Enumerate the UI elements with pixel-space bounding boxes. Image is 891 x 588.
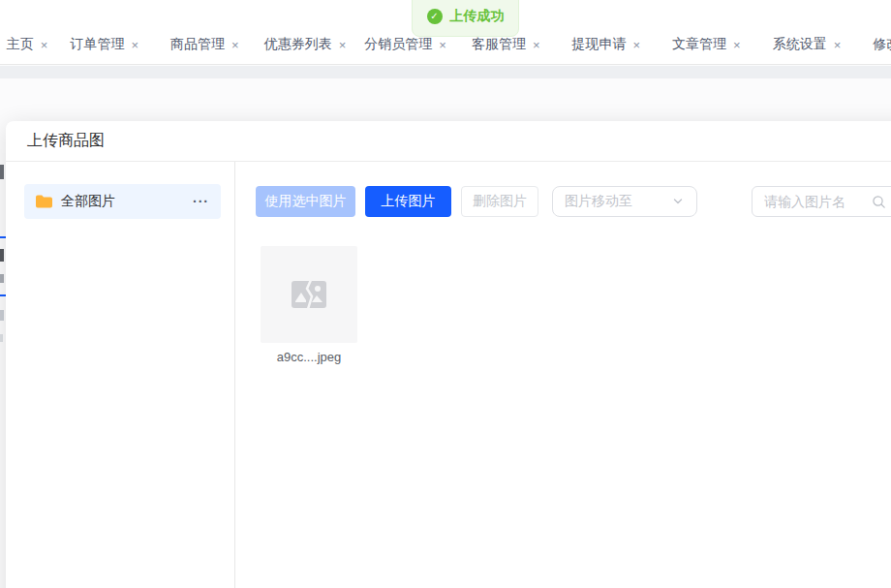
tab-label: 分销员管理 <box>364 36 432 53</box>
upload-success-toast: ✓ 上传成功 <box>412 0 519 37</box>
background-fragment <box>0 334 3 342</box>
background-fragment <box>0 310 4 321</box>
close-icon[interactable]: × <box>533 39 540 51</box>
tab-label: 提现申请 <box>571 36 626 53</box>
close-icon[interactable]: × <box>439 39 446 51</box>
image-placeholder-icon <box>292 281 326 308</box>
select-placeholder: 图片移动至 <box>565 193 632 210</box>
tab-coupons[interactable]: 优惠券列表 × <box>255 36 355 64</box>
success-check-icon: ✓ <box>427 9 443 24</box>
image-toolbar: 使用选中图片 上传图片 删除图片 图片移动至 <box>256 186 891 217</box>
image-card[interactable]: a9cc....jpeg <box>261 246 357 364</box>
tab-distributors[interactable]: 分销员管理 × <box>355 36 456 64</box>
background-fragment <box>0 249 4 262</box>
use-selected-image-button[interactable]: 使用选中图片 <box>256 186 355 217</box>
image-search-input[interactable] <box>752 186 891 217</box>
folder-icon <box>36 195 52 208</box>
tab-orders[interactable]: 订单管理 × <box>54 36 155 64</box>
background-fragment <box>0 274 4 283</box>
tab-label: 主页 <box>7 36 34 53</box>
tab-label: 订单管理 <box>71 36 125 53</box>
tab-label: 修改商品 <box>873 36 891 53</box>
tab-home[interactable]: 主页 × <box>0 36 54 64</box>
tab-label: 系统设置 <box>773 36 827 53</box>
toast-message: 上传成功 <box>450 8 505 25</box>
background-fragment <box>0 165 4 179</box>
image-library-content: 使用选中图片 上传图片 删除图片 图片移动至 <box>235 162 891 588</box>
close-icon[interactable]: × <box>41 39 48 51</box>
tabbar-gray-band <box>0 66 891 78</box>
upload-product-image-modal: 上传商品图 全部图片 ··· 使用选中图片 上传图片 删除图片 图片 <box>6 121 891 588</box>
image-gallery: a9cc....jpeg <box>261 246 891 364</box>
folder-item-all-images[interactable]: 全部图片 ··· <box>24 184 221 219</box>
modal-header: 上传商品图 <box>6 121 891 162</box>
move-image-to-select[interactable]: 图片移动至 <box>552 186 697 217</box>
tab-withdrawals[interactable]: 提现申请 × <box>556 36 657 64</box>
modal-title: 上传商品图 <box>27 131 105 151</box>
close-icon[interactable]: × <box>231 39 239 51</box>
tab-settings[interactable]: 系统设置 × <box>756 36 857 64</box>
tab-customer-service[interactable]: 客服管理 × <box>455 36 556 64</box>
close-icon[interactable]: × <box>132 39 139 51</box>
image-filename: a9cc....jpeg <box>261 350 357 364</box>
folder-label: 全部图片 <box>61 193 184 210</box>
tab-products[interactable]: 商品管理 × <box>155 36 256 64</box>
delete-image-button[interactable]: 删除图片 <box>461 186 538 217</box>
folder-panel: 全部图片 ··· <box>6 162 235 588</box>
image-search <box>752 186 891 217</box>
tab-label: 客服管理 <box>472 36 526 53</box>
close-icon[interactable]: × <box>632 39 640 51</box>
tab-label: 商品管理 <box>170 36 225 53</box>
upload-image-button[interactable]: 上传图片 <box>365 186 451 217</box>
chevron-down-icon <box>671 195 685 208</box>
close-icon[interactable]: × <box>339 39 347 51</box>
search-icon[interactable] <box>872 195 886 209</box>
close-icon[interactable]: × <box>834 39 842 51</box>
tab-label: 优惠券列表 <box>264 36 332 53</box>
tab-label: 文章管理 <box>672 36 726 53</box>
tab-edit-product[interactable]: 修改商品 × <box>857 36 891 64</box>
close-icon[interactable]: × <box>733 39 741 51</box>
image-thumbnail[interactable] <box>261 246 357 343</box>
folder-more-icon[interactable]: ··· <box>193 194 209 209</box>
tab-articles[interactable]: 文章管理 × <box>657 36 757 64</box>
modal-body: 全部图片 ··· 使用选中图片 上传图片 删除图片 图片移动至 <box>6 162 891 588</box>
